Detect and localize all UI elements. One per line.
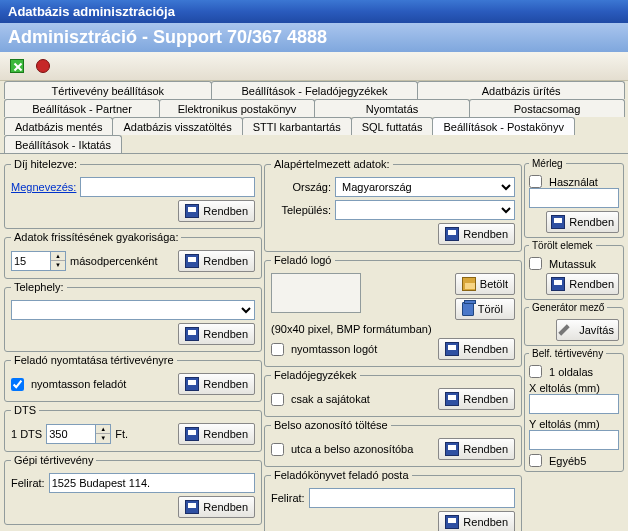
tab-stti[interactable]: STTI karbantartás — [242, 117, 352, 135]
dts-pre-label: 1 DTS — [11, 428, 42, 440]
fs-belf-tertiveveny: Belf. tértivevény 1 oldalas X eltolás (m… — [524, 348, 624, 472]
rendben-button-frissites[interactable]: Rendben — [178, 250, 255, 272]
tab-adatbazis-urites[interactable]: Adatbázis ürítés — [417, 81, 625, 99]
tab-postakonyv[interactable]: Beállítások - Postakönyv — [432, 117, 574, 135]
stop-tool-button[interactable] — [32, 55, 54, 77]
telepules-select[interactable] — [335, 200, 515, 220]
nyomtasson-logo-checkbox[interactable] — [271, 343, 284, 356]
close-tool-button[interactable] — [6, 55, 28, 77]
save-icon — [551, 277, 565, 291]
save-icon — [185, 254, 199, 268]
fs-torolt-elemek: Törölt elemek Mutassuk Rendben — [524, 240, 624, 300]
tab-visszatoltes[interactable]: Adatbázis visszatöltés — [112, 117, 242, 135]
fs-torolt-legend: Törölt elemek — [529, 240, 596, 251]
hasznalat-label: Használat — [549, 176, 598, 188]
fs-felado-logo: Feladó logó Betölt Töröl (90x40 pixel, B… — [264, 254, 522, 367]
save-icon — [445, 442, 459, 456]
tab-tertivenyek[interactable]: Tértivevény beállítások — [4, 81, 212, 99]
rendben-button-belso[interactable]: Rendben — [438, 438, 515, 460]
megnevezes-label[interactable]: Megnevezés: — [11, 181, 76, 193]
mutassuk-checkbox[interactable] — [529, 257, 542, 270]
fs-gen-legend: Generátor mező — [529, 302, 607, 313]
rendben-button-torolt[interactable]: Rendben — [546, 273, 619, 295]
rendben-button-dij[interactable]: Rendben — [178, 200, 255, 222]
y-eltolas-label: Y eltolás (mm) — [529, 418, 619, 430]
window-title: Adatbázis adminisztrációja — [8, 4, 175, 19]
tab-row-3: Adatbázis mentés Adatbázis visszatöltés … — [0, 117, 628, 154]
egyeb5-checkbox[interactable] — [529, 454, 542, 467]
x-eltolas-input[interactable] — [529, 394, 619, 414]
spin-up-icon[interactable]: ▲ — [51, 252, 65, 261]
spin-down-icon[interactable]: ▼ — [96, 434, 110, 442]
rendben-button-merleg[interactable]: Rendben — [546, 211, 619, 233]
fs-frissites-legend: Adatok frissítésének gyakorisága: — [11, 231, 181, 243]
betolt-button[interactable]: Betölt — [455, 273, 515, 295]
column-1: Díj hitelezve: Megnevezés: Rendben Adato… — [4, 158, 262, 531]
dts-spinner[interactable]: ▲▼ — [46, 424, 111, 444]
telepules-label: Település: — [271, 204, 331, 216]
rendben-button-gepi[interactable]: Rendben — [178, 496, 255, 518]
y-eltolas-input[interactable] — [529, 430, 619, 450]
tab-iktatas[interactable]: Beállítások - Iktatás — [4, 135, 122, 153]
save-icon — [445, 392, 459, 406]
fs-feladojegyzekek: Feladójegyzékek csak a sajátokat Rendben — [264, 369, 522, 417]
frissites-value[interactable] — [11, 251, 51, 271]
folder-open-icon — [462, 277, 476, 291]
subtitle-text: Adminisztráció - Support 70/367 4888 — [8, 27, 327, 47]
gepi-felirat-input[interactable] — [49, 473, 255, 493]
tab-nyomtatas[interactable]: Nyomtatás — [314, 99, 470, 117]
rendben-button-logo[interactable]: Rendben — [438, 338, 515, 360]
javitas-button[interactable]: Javítás — [556, 319, 619, 341]
csak-sajat-label: csak a sajátokat — [291, 393, 370, 405]
rendben-button-telephely[interactable]: Rendben — [178, 323, 255, 345]
rendben-button-dts[interactable]: Rendben — [178, 423, 255, 445]
fs-gepi-tertiveveny: Gépi tértivevény Felirat: Rendben — [4, 454, 262, 525]
toolbar — [0, 52, 628, 81]
fposta-felirat-label: Felirat: — [271, 492, 305, 504]
utca-belso-checkbox[interactable] — [271, 443, 284, 456]
nyomtasson-felado-label: nyomtasson feladót — [31, 378, 126, 390]
rendben-button-fposta[interactable]: Rendben — [438, 511, 515, 531]
save-icon — [445, 342, 459, 356]
merleg-input[interactable] — [529, 188, 619, 208]
fs-dij-legend: Díj hitelezve: — [11, 158, 80, 170]
tab-postacsomag[interactable]: Postacsomag — [469, 99, 625, 117]
save-icon — [185, 427, 199, 441]
hasznalat-checkbox[interactable] — [529, 175, 542, 188]
orszag-select[interactable]: Magyarország — [335, 177, 515, 197]
orszag-label: Ország: — [271, 181, 331, 193]
gepi-felirat-label: Felirat: — [11, 477, 45, 489]
fposta-felirat-input[interactable] — [309, 488, 515, 508]
fs-nyomt-tertiv-legend: Feladó nyomtatása tértivevényre — [11, 354, 177, 366]
oldalas-label: 1 oldalas — [549, 366, 593, 378]
x-eltolas-label: X eltolás (mm) — [529, 382, 619, 394]
tab-mentes[interactable]: Adatbázis mentés — [4, 117, 113, 135]
rendben-button-alap[interactable]: Rendben — [438, 223, 515, 245]
rendben-button-nyomt[interactable]: Rendben — [178, 373, 255, 395]
rendben-button-fjegyzek[interactable]: Rendben — [438, 388, 515, 410]
logo-preview — [271, 273, 361, 313]
spin-down-icon[interactable]: ▼ — [51, 261, 65, 269]
egyeb5-label: Egyéb5 — [549, 455, 586, 467]
close-icon — [10, 59, 24, 73]
spin-up-icon[interactable]: ▲ — [96, 425, 110, 434]
oldalas-checkbox[interactable] — [529, 365, 542, 378]
tab-partner[interactable]: Beállítások - Partner — [4, 99, 160, 117]
dts-value[interactable] — [46, 424, 96, 444]
fs-fjegyzek-legend: Feladójegyzékek — [271, 369, 360, 381]
save-icon — [185, 327, 199, 341]
frissites-spinner[interactable]: ▲▼ — [11, 251, 66, 271]
column-2: Alapértelmezett adatok: Ország: Magyaror… — [264, 158, 522, 531]
fs-frissites: Adatok frissítésének gyakorisága: ▲▼ más… — [4, 231, 262, 279]
utca-belso-label: utca a belso azonosítóba — [291, 443, 413, 455]
tab-sql[interactable]: SQL futtatás — [351, 117, 434, 135]
torol-button[interactable]: Töröl — [455, 298, 515, 320]
csak-sajat-checkbox[interactable] — [271, 393, 284, 406]
tab-epostakonyv[interactable]: Elektronikus postakönyv — [159, 99, 315, 117]
telephely-select[interactable] — [11, 300, 255, 320]
tab-row-2: Beállítások - Partner Elektronikus posta… — [0, 99, 628, 117]
megnevezes-input[interactable] — [80, 177, 255, 197]
fs-telephely-legend: Telephely: — [11, 281, 67, 293]
nyomtasson-felado-checkbox[interactable] — [11, 378, 24, 391]
tab-feladojegyzekek[interactable]: Beállítások - Feladójegyzékek — [211, 81, 419, 99]
